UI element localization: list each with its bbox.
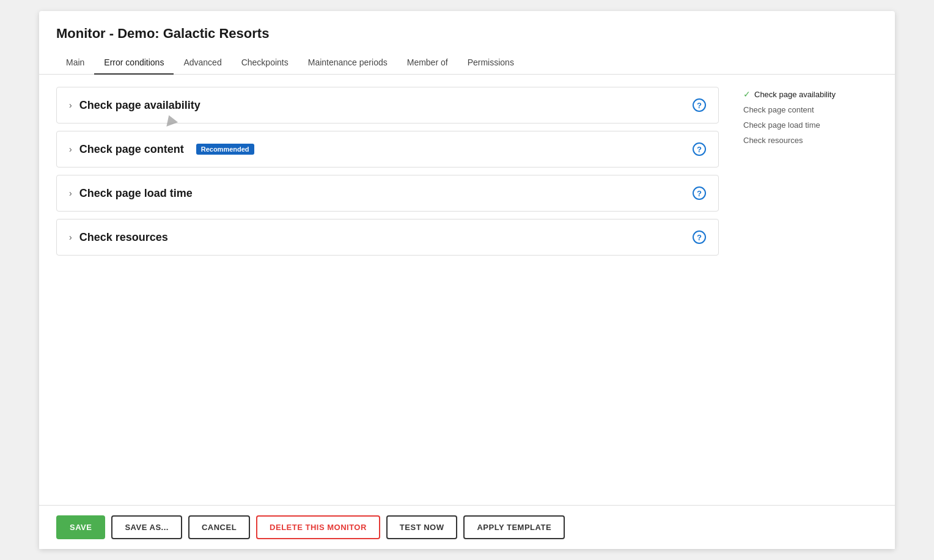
help-icon[interactable]: ? xyxy=(693,230,706,244)
accordion-header-check-page-load-time[interactable]: ›Check page load time? xyxy=(57,175,718,211)
accordion-check-resources[interactable]: ›Check resources? xyxy=(56,219,719,256)
tab-advanced[interactable]: Advanced xyxy=(174,51,231,75)
sidebar-list-item[interactable]: Check page load time xyxy=(743,120,878,130)
tab-main[interactable]: Main xyxy=(56,51,94,75)
sidebar-item-label: Check page content xyxy=(743,105,814,114)
main-window: Monitor - Demo: Galactic Resorts MainErr… xyxy=(39,11,895,549)
sidebar-item-label: Check resources xyxy=(743,136,803,145)
tabs-bar: MainError conditionsAdvancedCheckpointsM… xyxy=(39,51,895,75)
tab-maintenance-periods[interactable]: Maintenance periods xyxy=(298,51,397,75)
accordion-check-page-availability[interactable]: ›Check page availability? xyxy=(56,87,719,123)
help-icon[interactable]: ? xyxy=(693,98,706,112)
tab-permissions[interactable]: Permissions xyxy=(458,51,524,75)
accordion-check-page-load-time[interactable]: ›Check page load time? xyxy=(56,175,719,212)
test-now-button[interactable]: TEST NOW xyxy=(386,515,458,539)
help-icon[interactable]: ? xyxy=(693,186,706,200)
accordion-title-check-page-load-time: Check page load time xyxy=(79,187,193,200)
accordion-title-check-page-content: Check page content xyxy=(79,143,184,156)
chevron-right-icon: › xyxy=(69,100,72,110)
chevron-right-icon: › xyxy=(69,188,72,198)
main-panel: ›Check page availability?›Check page con… xyxy=(56,87,719,493)
tab-checkpoints[interactable]: Checkpoints xyxy=(232,51,298,75)
delete-monitor-button[interactable]: DELETE THIS MONITOR xyxy=(256,515,380,539)
sidebar-list-item[interactable]: Check resources xyxy=(743,136,878,145)
tab-error-conditions[interactable]: Error conditions xyxy=(94,51,174,75)
apply-template-button[interactable]: APPLY TEMPLATE xyxy=(463,515,565,539)
page-title: Monitor - Demo: Galactic Resorts xyxy=(39,11,895,51)
cancel-button[interactable]: CANCEL xyxy=(188,515,250,539)
accordion-header-check-page-availability[interactable]: ›Check page availability? xyxy=(57,87,718,123)
accordion-header-check-resources[interactable]: ›Check resources? xyxy=(57,219,718,255)
footer-bar: SAVE SAVE AS... CANCEL DELETE THIS MONIT… xyxy=(39,505,895,549)
recommended-badge: Recommended xyxy=(196,144,254,155)
chevron-right-icon: › xyxy=(69,232,72,242)
save-button[interactable]: SAVE xyxy=(56,515,105,539)
save-as-button[interactable]: SAVE AS... xyxy=(111,515,182,539)
sidebar-panel: ✓Check page availabilityCheck page conte… xyxy=(743,87,878,493)
checkmark-icon: ✓ xyxy=(743,89,751,99)
accordion-header-check-page-content[interactable]: ›Check page contentRecommended? xyxy=(57,131,718,167)
content-area: ›Check page availability?›Check page con… xyxy=(39,75,895,505)
help-icon[interactable]: ? xyxy=(693,142,706,156)
sidebar-list-item[interactable]: ✓Check page availability xyxy=(743,89,878,99)
sidebar-item-label: Check page load time xyxy=(743,120,820,130)
tab-member-of[interactable]: Member of xyxy=(397,51,458,75)
sidebar-item-label: Check page availability xyxy=(754,90,836,99)
sidebar-list: ✓Check page availabilityCheck page conte… xyxy=(743,89,878,145)
sidebar-list-item[interactable]: Check page content xyxy=(743,105,878,114)
accordion-check-page-content[interactable]: ›Check page contentRecommended? xyxy=(56,131,719,168)
accordion-title-check-page-availability: Check page availability xyxy=(79,99,200,112)
accordion-title-check-resources: Check resources xyxy=(79,231,168,244)
chevron-right-icon: › xyxy=(69,144,72,154)
